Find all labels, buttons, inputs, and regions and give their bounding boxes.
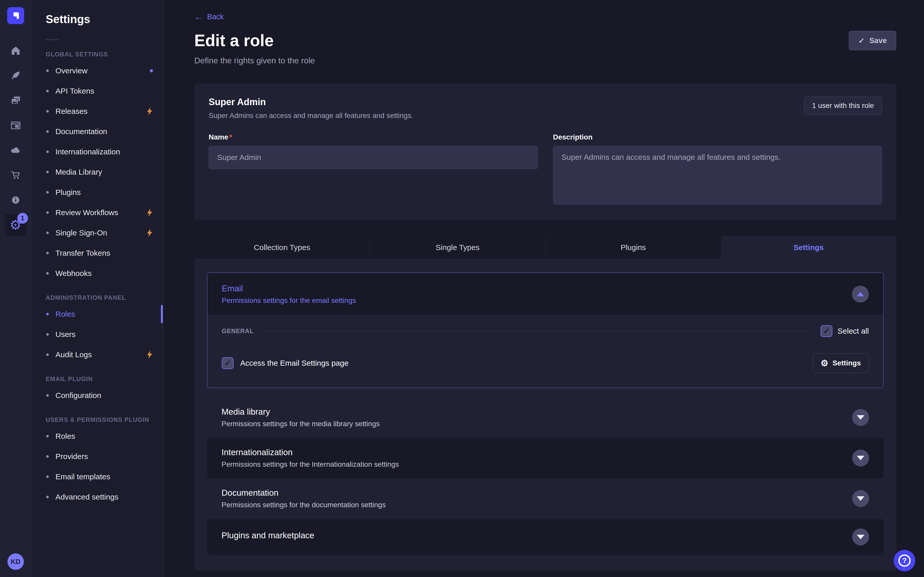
settings-icon[interactable]: ⚙ 1: [3, 212, 28, 237]
sidebar-rule: [46, 39, 58, 40]
tab-settings[interactable]: Settings: [721, 236, 896, 259]
expand-button[interactable]: [852, 529, 869, 545]
question-mark-icon: ?: [898, 554, 911, 567]
sidebar-item-api-tokens[interactable]: API Tokens: [46, 81, 157, 101]
section-email-plugin: EMAIL PLUGIN: [46, 376, 157, 383]
sidebar-item-transfer-tokens[interactable]: Transfer Tokens: [46, 243, 157, 263]
accordion-plugins-marketplace[interactable]: Plugins and marketplace: [207, 519, 884, 555]
required-asterisk: *: [229, 133, 232, 141]
bullet-icon: [46, 435, 49, 437]
tab-plugins[interactable]: Plugins: [545, 236, 721, 259]
access-email-settings-label: Access the Email Settings page: [240, 359, 349, 367]
lightning-icon: [146, 107, 153, 115]
bullet-icon: [46, 171, 49, 173]
sidebar-item-plugins[interactable]: Plugins: [46, 182, 157, 202]
chevron-up-icon: [857, 292, 864, 297]
sidebar-item-advanced-settings[interactable]: Advanced settings: [46, 487, 157, 507]
sidebar-item-users[interactable]: Users: [46, 324, 157, 344]
settings-badge: 1: [17, 213, 28, 224]
marketplace-icon[interactable]: [3, 163, 28, 187]
notification-dot-icon: [150, 69, 153, 73]
page-title: Edit a role: [194, 31, 274, 50]
rail-bottom: KD: [0, 546, 31, 577]
info-icon[interactable]: [3, 187, 28, 212]
help-button[interactable]: ?: [894, 550, 915, 571]
back-arrow-icon: ←: [194, 12, 203, 21]
bullet-icon: [46, 252, 49, 255]
sidebar-item-releases[interactable]: Releases: [46, 101, 157, 121]
bullet-icon: [46, 90, 49, 92]
accordion-email-title: Email: [222, 284, 356, 293]
sidebar-item-documentation[interactable]: Documentation: [46, 121, 157, 142]
expand-button[interactable]: [852, 490, 869, 507]
chevron-down-icon: [857, 456, 864, 460]
access-email-settings-checkbox[interactable]: ✓: [222, 357, 234, 369]
sidebar-item-configuration[interactable]: Configuration: [46, 385, 157, 405]
sidebar-item-review-workflows[interactable]: Review Workflows: [46, 202, 157, 222]
expand-button[interactable]: [852, 450, 869, 466]
sidebar-item-email-templates[interactable]: Email templates: [46, 466, 157, 487]
bullet-icon: [46, 475, 49, 478]
sidebar-item-overview[interactable]: Overview: [46, 61, 157, 81]
chevron-down-icon: [857, 415, 864, 420]
media-library-icon[interactable]: [3, 88, 28, 113]
strapi-logo[interactable]: [7, 7, 24, 24]
accordion-email-body: GENERAL ✓ Select all ✓ Access the Email …: [207, 315, 883, 388]
bullet-icon: [46, 150, 49, 153]
main-content: ← Back Edit a role ✓ Save Define the rig…: [163, 0, 924, 577]
general-section-heading: GENERAL: [222, 327, 254, 335]
page-subtitle: Define the rights given to the role: [194, 56, 896, 65]
sidebar-item-audit-logs[interactable]: Audit Logs: [46, 344, 157, 365]
bullet-icon: [46, 496, 49, 498]
sidebar-item-up-roles[interactable]: Roles: [46, 426, 157, 446]
bullet-icon: [46, 191, 49, 193]
sidebar-item-providers[interactable]: Providers: [46, 446, 157, 466]
role-description-text: Super Admins can access and manage all f…: [209, 111, 413, 120]
tab-single-types[interactable]: Single Types: [370, 236, 545, 259]
section-global-settings: GLOBAL SETTINGS: [46, 51, 157, 58]
users-with-role-button[interactable]: 1 user with this role: [804, 97, 882, 114]
deploy-icon[interactable]: [3, 138, 28, 163]
strapi-logo-glyph: [11, 11, 21, 21]
description-textarea[interactable]: Super Admins can access and manage all f…: [553, 146, 882, 205]
accordion-documentation[interactable]: Documentation Permissions settings for t…: [207, 478, 884, 519]
role-name-heading: Super Admin: [209, 97, 413, 108]
accordion-media-library[interactable]: Media library Permissions settings for t…: [207, 397, 884, 438]
sidebar-item-webhooks[interactable]: Webhooks: [46, 263, 157, 284]
sidebar-item-single-sign-on[interactable]: Single Sign-On: [46, 222, 157, 243]
user-avatar[interactable]: KD: [7, 553, 24, 570]
accordion-email-header[interactable]: Email Permissions settings for the email…: [207, 273, 883, 315]
content-builder-icon[interactable]: [3, 63, 28, 88]
bullet-icon: [46, 130, 49, 133]
accordion-email: Email Permissions settings for the email…: [207, 272, 884, 388]
bullet-icon: [46, 232, 49, 234]
sidebar-title: Settings: [46, 13, 157, 26]
bullet-icon: [46, 353, 49, 356]
bullet-icon: [46, 313, 49, 316]
select-all-checkbox[interactable]: ✓: [821, 325, 832, 337]
sidebar-item-internationalization[interactable]: Internationalization: [46, 142, 157, 162]
sidebar-item-media-library[interactable]: Media Library: [46, 162, 157, 182]
accordion-internationalization[interactable]: Internationalization Permissions setting…: [207, 438, 884, 478]
bullet-icon: [46, 69, 49, 72]
chevron-down-icon: [857, 496, 864, 501]
bullet-icon: [46, 455, 49, 458]
content-manager-icon[interactable]: [3, 113, 28, 138]
lightning-icon: [146, 351, 153, 359]
email-settings-button[interactable]: ⚙ Settings: [813, 353, 869, 373]
bullet-icon: [46, 211, 49, 214]
expand-button[interactable]: [852, 409, 869, 426]
collapse-button[interactable]: [852, 286, 869, 303]
home-icon[interactable]: [3, 38, 28, 63]
save-button[interactable]: ✓ Save: [849, 31, 896, 50]
back-link[interactable]: ← Back: [194, 12, 224, 21]
sidebar-item-roles[interactable]: Roles: [46, 304, 157, 324]
lightning-icon: [146, 229, 153, 237]
checkmark-icon: ✓: [823, 327, 830, 335]
tab-collection-types[interactable]: Collection Types: [194, 236, 370, 259]
name-input[interactable]: [209, 146, 538, 169]
icon-rail: ⚙ 1 KD: [0, 0, 31, 577]
gear-icon: ⚙: [821, 359, 828, 367]
select-all-control[interactable]: ✓ Select all: [821, 325, 869, 337]
permissions-tablist: Collection Types Single Types Plugins Se…: [194, 236, 896, 259]
